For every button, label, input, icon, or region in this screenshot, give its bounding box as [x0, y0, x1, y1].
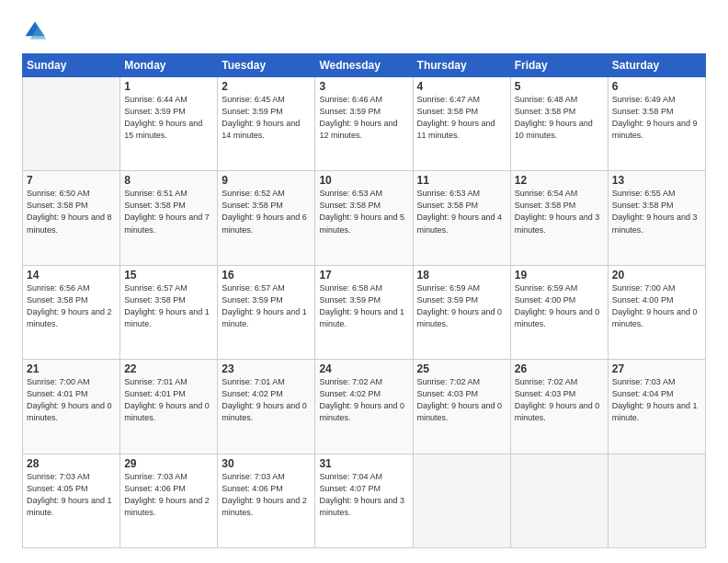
calendar-cell: 12Sunrise: 6:54 AM Sunset: 3:58 PM Dayli… [510, 171, 608, 265]
calendar-cell [23, 77, 120, 171]
calendar-cell: 4Sunrise: 6:47 AM Sunset: 3:58 PM Daylig… [413, 77, 510, 171]
day-info: Sunrise: 7:02 AM Sunset: 4:03 PM Dayligh… [417, 376, 506, 424]
day-number: 2 [222, 80, 311, 93]
calendar-week-3: 14Sunrise: 6:56 AM Sunset: 3:58 PM Dayli… [23, 265, 706, 359]
logo-icon [22, 18, 48, 44]
day-number: 14 [27, 269, 116, 282]
day-info: Sunrise: 6:58 AM Sunset: 3:59 PM Dayligh… [319, 282, 408, 330]
day-number: 7 [27, 174, 116, 187]
weekday-header-tuesday: Tuesday [218, 54, 315, 77]
calendar-cell: 2Sunrise: 6:45 AM Sunset: 3:59 PM Daylig… [218, 77, 315, 171]
calendar-cell: 23Sunrise: 7:01 AM Sunset: 4:02 PM Dayli… [218, 360, 315, 454]
weekday-header-row: SundayMondayTuesdayWednesdayThursdayFrid… [23, 54, 706, 77]
day-number: 1 [124, 80, 213, 93]
calendar-week-5: 28Sunrise: 7:03 AM Sunset: 4:05 PM Dayli… [23, 454, 706, 547]
calendar-cell: 15Sunrise: 6:57 AM Sunset: 3:58 PM Dayli… [120, 265, 218, 359]
day-number: 24 [319, 362, 408, 375]
page: SundayMondayTuesdayWednesdayThursdayFrid… [0, 0, 728, 563]
calendar-cell: 29Sunrise: 7:03 AM Sunset: 4:06 PM Dayli… [120, 454, 218, 547]
day-info: Sunrise: 6:53 AM Sunset: 3:58 PM Dayligh… [417, 188, 506, 236]
calendar-cell: 16Sunrise: 6:57 AM Sunset: 3:59 PM Dayli… [218, 265, 315, 359]
calendar-cell: 24Sunrise: 7:02 AM Sunset: 4:02 PM Dayli… [315, 360, 413, 454]
weekday-header-saturday: Saturday [608, 54, 705, 77]
day-info: Sunrise: 7:01 AM Sunset: 4:01 PM Dayligh… [124, 376, 213, 424]
day-number: 19 [515, 269, 604, 282]
day-number: 4 [417, 80, 506, 93]
day-number: 17 [319, 269, 408, 282]
calendar-cell [413, 454, 510, 547]
calendar-cell: 25Sunrise: 7:02 AM Sunset: 4:03 PM Dayli… [413, 360, 510, 454]
day-info: Sunrise: 7:04 AM Sunset: 4:07 PM Dayligh… [319, 471, 408, 519]
calendar-cell: 19Sunrise: 6:59 AM Sunset: 4:00 PM Dayli… [510, 265, 608, 359]
day-number: 27 [612, 362, 701, 375]
day-number: 6 [612, 80, 701, 93]
calendar-cell: 28Sunrise: 7:03 AM Sunset: 4:05 PM Dayli… [23, 454, 120, 547]
day-info: Sunrise: 6:50 AM Sunset: 3:58 PM Dayligh… [27, 188, 116, 236]
day-number: 21 [27, 362, 116, 375]
day-info: Sunrise: 6:59 AM Sunset: 3:59 PM Dayligh… [417, 282, 506, 330]
day-number: 28 [27, 457, 116, 470]
day-info: Sunrise: 6:53 AM Sunset: 3:58 PM Dayligh… [319, 188, 408, 236]
day-info: Sunrise: 6:54 AM Sunset: 3:58 PM Dayligh… [515, 188, 604, 236]
day-info: Sunrise: 6:55 AM Sunset: 3:58 PM Dayligh… [612, 188, 701, 236]
calendar-cell: 8Sunrise: 6:51 AM Sunset: 3:58 PM Daylig… [120, 171, 218, 265]
day-info: Sunrise: 7:02 AM Sunset: 4:03 PM Dayligh… [515, 376, 604, 424]
day-number: 15 [124, 269, 213, 282]
day-info: Sunrise: 7:03 AM Sunset: 4:04 PM Dayligh… [612, 376, 701, 424]
day-info: Sunrise: 7:03 AM Sunset: 4:06 PM Dayligh… [124, 471, 213, 519]
weekday-header-sunday: Sunday [23, 54, 120, 77]
calendar-cell [510, 454, 608, 547]
header [22, 18, 706, 44]
day-number: 31 [319, 457, 408, 470]
day-info: Sunrise: 6:47 AM Sunset: 3:58 PM Dayligh… [417, 94, 506, 142]
day-number: 16 [222, 269, 311, 282]
day-number: 26 [515, 362, 604, 375]
calendar-cell: 9Sunrise: 6:52 AM Sunset: 3:58 PM Daylig… [218, 171, 315, 265]
calendar-cell: 27Sunrise: 7:03 AM Sunset: 4:04 PM Dayli… [608, 360, 705, 454]
calendar-cell: 10Sunrise: 6:53 AM Sunset: 3:58 PM Dayli… [315, 171, 413, 265]
day-info: Sunrise: 6:57 AM Sunset: 3:59 PM Dayligh… [222, 282, 311, 330]
calendar-cell: 5Sunrise: 6:48 AM Sunset: 3:58 PM Daylig… [510, 77, 608, 171]
day-number: 25 [417, 362, 506, 375]
day-info: Sunrise: 6:44 AM Sunset: 3:59 PM Dayligh… [124, 94, 213, 142]
weekday-header-friday: Friday [510, 54, 608, 77]
day-number: 22 [124, 362, 213, 375]
calendar-cell: 30Sunrise: 7:03 AM Sunset: 4:06 PM Dayli… [218, 454, 315, 547]
day-number: 12 [515, 174, 604, 187]
weekday-header-thursday: Thursday [413, 54, 510, 77]
calendar-cell: 3Sunrise: 6:46 AM Sunset: 3:59 PM Daylig… [315, 77, 413, 171]
calendar-cell: 31Sunrise: 7:04 AM Sunset: 4:07 PM Dayli… [315, 454, 413, 547]
day-info: Sunrise: 7:00 AM Sunset: 4:01 PM Dayligh… [27, 376, 116, 424]
day-number: 8 [124, 174, 213, 187]
weekday-header-wednesday: Wednesday [315, 54, 413, 77]
day-number: 10 [319, 174, 408, 187]
day-info: Sunrise: 6:48 AM Sunset: 3:58 PM Dayligh… [515, 94, 604, 142]
calendar-cell: 21Sunrise: 7:00 AM Sunset: 4:01 PM Dayli… [23, 360, 120, 454]
day-info: Sunrise: 6:49 AM Sunset: 3:58 PM Dayligh… [612, 94, 701, 142]
day-number: 30 [222, 457, 311, 470]
day-info: Sunrise: 6:59 AM Sunset: 4:00 PM Dayligh… [515, 282, 604, 330]
weekday-header-monday: Monday [120, 54, 218, 77]
day-number: 11 [417, 174, 506, 187]
calendar-week-2: 7Sunrise: 6:50 AM Sunset: 3:58 PM Daylig… [23, 171, 706, 265]
day-info: Sunrise: 7:01 AM Sunset: 4:02 PM Dayligh… [222, 376, 311, 424]
calendar-cell: 18Sunrise: 6:59 AM Sunset: 3:59 PM Dayli… [413, 265, 510, 359]
day-info: Sunrise: 7:03 AM Sunset: 4:06 PM Dayligh… [222, 471, 311, 519]
calendar-cell: 6Sunrise: 6:49 AM Sunset: 3:58 PM Daylig… [608, 77, 705, 171]
calendar-cell: 11Sunrise: 6:53 AM Sunset: 3:58 PM Dayli… [413, 171, 510, 265]
calendar-cell: 7Sunrise: 6:50 AM Sunset: 3:58 PM Daylig… [23, 171, 120, 265]
day-number: 20 [612, 269, 701, 282]
logo [22, 18, 51, 44]
calendar-cell: 26Sunrise: 7:02 AM Sunset: 4:03 PM Dayli… [510, 360, 608, 454]
day-number: 13 [612, 174, 701, 187]
day-number: 23 [222, 362, 311, 375]
day-info: Sunrise: 6:56 AM Sunset: 3:58 PM Dayligh… [27, 282, 116, 330]
day-number: 9 [222, 174, 311, 187]
day-info: Sunrise: 6:52 AM Sunset: 3:58 PM Dayligh… [222, 188, 311, 236]
day-number: 29 [124, 457, 213, 470]
calendar-cell: 1Sunrise: 6:44 AM Sunset: 3:59 PM Daylig… [120, 77, 218, 171]
calendar-table: SundayMondayTuesdayWednesdayThursdayFrid… [22, 53, 706, 548]
calendar-cell: 14Sunrise: 6:56 AM Sunset: 3:58 PM Dayli… [23, 265, 120, 359]
day-info: Sunrise: 7:02 AM Sunset: 4:02 PM Dayligh… [319, 376, 408, 424]
day-info: Sunrise: 7:03 AM Sunset: 4:05 PM Dayligh… [27, 471, 116, 519]
